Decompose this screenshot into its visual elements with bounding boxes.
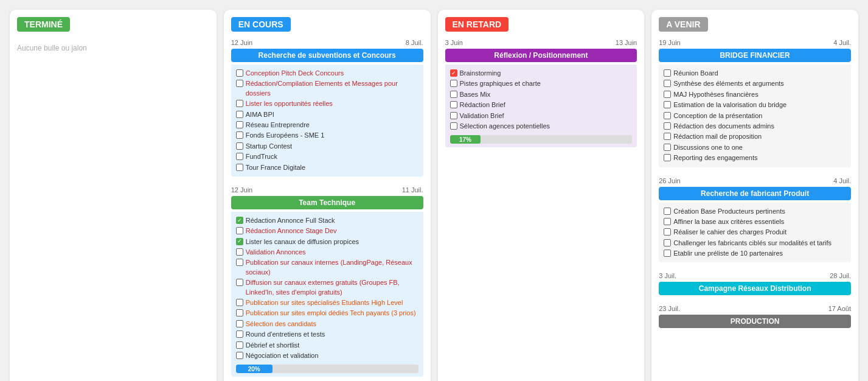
task-text: Challenger les fabricants ciblés sur mod…	[673, 239, 846, 248]
task-checkbox[interactable]	[664, 122, 671, 130]
task-checkbox[interactable]	[664, 80, 671, 87]
card-title: Team Technique	[231, 196, 423, 209]
card-start-date: 23 Juil.	[659, 305, 680, 312]
card-title: Campagne Réseaux Distribution	[659, 282, 851, 295]
task-checkbox[interactable]	[236, 248, 243, 256]
task-item: Validation Brief	[450, 111, 633, 121]
task-checkbox[interactable]	[236, 100, 243, 107]
task-checkbox[interactable]	[236, 341, 243, 349]
task-text: Estimation de la valorisation du bridge	[673, 100, 846, 110]
task-checkbox[interactable]	[664, 112, 671, 119]
task-text: Publication sur sites spécialisés Etudia…	[246, 298, 418, 307]
task-checkbox[interactable]	[664, 208, 671, 215]
task-checkbox[interactable]	[450, 91, 457, 98]
task-item: Etablir une préliste de 10 partenaires	[664, 248, 846, 259]
task-checkbox[interactable]	[664, 133, 671, 140]
task-checkbox[interactable]	[236, 299, 243, 306]
task-item: Conception Pitch Deck Concours	[236, 68, 418, 79]
task-checkbox[interactable]	[236, 142, 243, 150]
task-text: Discussions one to one	[673, 143, 846, 152]
task-item: Challenger les fabricants ciblés sur mod…	[664, 238, 846, 248]
task-checkbox[interactable]	[450, 101, 457, 108]
task-checkbox[interactable]	[450, 112, 457, 119]
task-checkbox[interactable]	[236, 69, 243, 77]
task-checkbox[interactable]: ✓	[236, 217, 243, 224]
task-checkbox[interactable]	[664, 228, 671, 236]
task-checkbox[interactable]	[236, 153, 243, 160]
task-item: Fonds Européens - SME 1	[236, 130, 418, 141]
task-item: AIMA BPI	[236, 110, 418, 120]
task-checkbox[interactable]	[236, 111, 243, 118]
card-date-row: 3 Juin13 Juin	[445, 39, 637, 46]
task-text: Conception Pitch Deck Concours	[246, 69, 418, 78]
card-end-date: 28 Juil.	[830, 272, 851, 279]
card-date-row: 19 Juin4 Juil.	[659, 39, 851, 46]
task-text: Rédaction Annonce Stage Dev	[246, 226, 418, 236]
task-checkbox[interactable]	[236, 131, 243, 139]
task-text: Sélection des candidats	[246, 320, 418, 329]
card-end-date: 11 Juil.	[402, 186, 423, 194]
task-checkbox[interactable]	[236, 330, 243, 338]
task-checkbox[interactable]	[664, 154, 671, 161]
task-item: Round d'entretiens et tests	[236, 329, 418, 340]
task-checkbox[interactable]	[664, 250, 671, 257]
task-checkbox[interactable]	[664, 144, 671, 151]
task-text: Pistes graphiques et charte	[460, 79, 633, 88]
task-checkbox[interactable]: ✓	[236, 238, 243, 245]
task-item: Réseau Entreprendre	[236, 120, 418, 130]
card-title: Réflexion / Positionnement	[445, 49, 637, 62]
task-checkbox[interactable]	[236, 259, 243, 266]
task-text: AIMA BPI	[246, 110, 418, 119]
task-text: Réunion Board	[673, 69, 846, 78]
task-checkbox[interactable]	[236, 279, 243, 286]
task-checkbox[interactable]	[664, 218, 671, 225]
task-checkbox[interactable]	[450, 122, 457, 130]
task-checkbox[interactable]	[664, 239, 671, 246]
task-checkbox[interactable]	[664, 101, 671, 108]
column-encours: EN COURS12 Juin8 Juil.Recherche de subve…	[224, 10, 431, 381]
task-text: Débrief et shortlist	[246, 341, 418, 350]
task-text: Brainstorming	[460, 69, 633, 78]
task-item: Discussions one to one	[664, 142, 846, 153]
task-checkbox[interactable]: ✓	[450, 69, 457, 77]
task-item: Reporting des engagements	[664, 153, 846, 163]
task-item: Conception de la présentation	[664, 111, 846, 121]
task-item: Estimation de la valorisation du bridge	[664, 100, 846, 110]
task-checkbox[interactable]	[236, 320, 243, 327]
task-checkbox[interactable]	[236, 352, 243, 359]
task-checkbox[interactable]	[450, 80, 457, 87]
task-item: Rédaction/Compilation Elements et Messag…	[236, 79, 418, 99]
task-checkbox[interactable]	[236, 164, 243, 171]
task-checkbox[interactable]	[236, 121, 243, 128]
task-checkbox[interactable]	[236, 80, 243, 87]
card-start-date: 3 Juin	[445, 39, 463, 46]
task-item: Pistes graphiques et charte	[450, 79, 633, 89]
column-enretard: EN RETARD3 Juin13 JuinRéflexion / Positi…	[438, 10, 645, 381]
task-item: Rédaction des documents admins	[664, 121, 846, 131]
card-body: ✓BrainstormingPistes graphiques et chart…	[445, 65, 637, 147]
task-text: Rédaction mail de proposition	[673, 132, 846, 141]
progress-bar: 17%	[450, 135, 481, 144]
card-date-row: 12 Juin11 Juil.	[231, 186, 423, 194]
task-checkbox[interactable]	[236, 309, 243, 316]
column-header-avenir: A VENIR	[659, 17, 707, 32]
task-checkbox[interactable]	[664, 91, 671, 98]
task-text: Tour France Digitale	[246, 163, 418, 172]
task-checkbox[interactable]	[664, 69, 671, 77]
task-item: Tour France Digitale	[236, 163, 418, 173]
task-text: Négociation et validation	[246, 351, 418, 360]
task-text: Bases Mix	[460, 90, 633, 99]
card-start-date: 26 Juin	[659, 177, 680, 184]
task-text: MAJ Hypothèses financières	[673, 90, 846, 99]
card-title: Recherche de fabricant Produit	[659, 187, 851, 200]
task-item: MAJ Hypothèses financières	[664, 89, 846, 100]
progress-bar: 20%	[236, 365, 273, 373]
card: 26 Juin4 Juil.Recherche de fabricant Pro…	[659, 177, 851, 263]
card: 12 Juin8 Juil.Recherche de subventions e…	[231, 39, 423, 177]
card-body: Création Base Producteurs pertinentsAffi…	[659, 203, 851, 263]
task-item: Réunion Board	[664, 68, 846, 79]
card-start-date: 12 Juin	[231, 39, 252, 46]
task-item: Rédaction mail de proposition	[664, 131, 846, 142]
task-checkbox[interactable]	[236, 227, 243, 234]
task-item: ✓Rédaction Annonce Full Stack	[236, 215, 418, 226]
